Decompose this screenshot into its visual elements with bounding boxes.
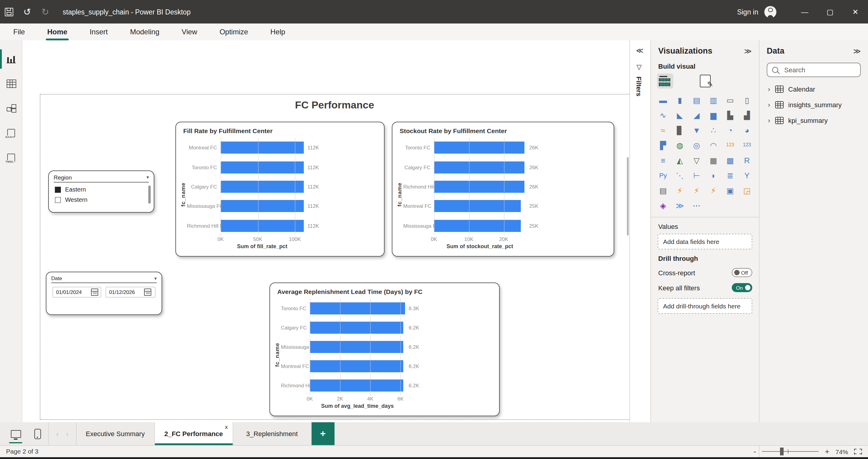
sign-in-button[interactable]: Sign in [737,8,758,15]
region-slicer-header[interactable]: Region ▾ [54,171,149,183]
ribbon-chart-icon[interactable]: ≈ [658,125,669,135]
search-field[interactable] [767,63,861,77]
text-slicer-icon[interactable]: ⚡ [691,185,702,196]
calendar-icon[interactable] [144,289,151,296]
clustered-bar-chart-icon[interactable]: ▤ [691,95,702,105]
menu-tab-view[interactable]: View [181,25,198,38]
page-tab-2[interactable]: 2_FC Performancex [155,422,233,445]
100-stacked-bar-chart-icon[interactable]: ▭ [725,95,736,105]
image-icon[interactable]: ▣ [725,185,736,196]
menu-tab-modeling[interactable]: Modeling [129,25,160,38]
python-visual-icon[interactable]: Py [658,170,669,181]
area-chart-icon[interactable]: ◣ [675,110,685,121]
funnel-chart-icon[interactable]: ▼ [691,125,702,135]
expand-chevron-icon[interactable]: › [768,117,770,124]
build-visual-tab[interactable] [657,73,673,89]
previous-page-arrow[interactable]: ‹ [56,429,59,438]
checkbox-checked-icon[interactable] [55,187,61,192]
menu-tab-file[interactable]: File [12,25,26,38]
zoom-slider[interactable] [762,451,819,452]
close-tab-icon[interactable]: x [225,424,227,430]
checkbox-unchecked-icon[interactable] [55,197,61,203]
donut-chart-icon[interactable]: ◕ [741,125,752,135]
data-table-insights_summary[interactable]: ›insights_summary [768,101,868,108]
cross-report-toggle[interactable]: Off [732,268,752,277]
zoom-out-button[interactable]: - [753,447,756,456]
page-tab-1[interactable]: Executive Summary [76,422,155,445]
date-end-input[interactable] [109,289,144,295]
table-icon[interactable]: ▦ [708,155,719,166]
zoom-in-button[interactable]: + [825,447,830,456]
filled-map-icon[interactable]: ◎ [691,140,702,151]
metrics-icon[interactable]: Y [741,170,752,181]
save-button[interactable] [0,0,18,24]
pie-chart-icon[interactable]: ◔ [725,125,736,135]
report-canvas[interactable]: FC Performance Region ▾ EasternWestern D… [22,40,629,422]
stacked-bar-chart-icon[interactable]: ▬ [658,95,669,105]
sidebar-dax-query-view[interactable]: DAX [0,123,22,143]
sidebar-model-view[interactable] [0,98,22,119]
new-page-button[interactable]: + [311,422,334,445]
card-icon[interactable]: 123 [741,140,752,151]
mobile-view-button[interactable] [33,422,42,445]
lead_time-chart[interactable]: Average Replenishment Lead Time (Days) b… [270,283,500,416]
chevron-down-icon[interactable]: ▾ [154,275,157,281]
expand-filters-icon[interactable]: ≪ [636,46,644,55]
gauge-icon[interactable]: ◠ [708,140,719,151]
collapse-visualizations-icon[interactable]: ≫ [744,47,752,56]
account-avatar[interactable] [764,6,776,18]
data-table-Calendar[interactable]: ›Calendar [768,86,868,93]
map-icon[interactable]: ◍ [675,140,685,151]
desktop-view-button[interactable] [8,422,23,445]
values-field-well[interactable]: Add data fields here [658,234,752,250]
expand-chevron-icon[interactable]: › [768,86,770,93]
keep-all-filters-toggle[interactable]: On [732,283,752,292]
power-automate-icon[interactable]: ≫ [675,200,685,211]
key-influencers-icon[interactable]: ⋱ [675,170,685,181]
100-stacked-area-chart-icon[interactable]: ▆ [708,110,719,121]
chevron-down-icon[interactable]: ▾ [147,175,149,180]
date-start-input[interactable] [56,289,91,295]
fill_rate-chart[interactable]: Fill Rate by Fulfillment Centerfc_nameMo… [176,122,384,257]
canvas-scrollbar[interactable] [627,157,629,235]
button-slicer-icon[interactable]: ⚡ [675,185,685,196]
clustered-column-chart-icon[interactable]: ▥ [708,95,719,105]
card-new-icon[interactable]: 123 [725,140,736,151]
paginated-report-icon[interactable]: ▤ [658,185,669,196]
data-table-kpi_summary[interactable]: ›kpi_summary [768,117,868,124]
region-slicer[interactable]: Region ▾ EasternWestern [48,170,154,212]
expand-chevron-icon[interactable]: › [768,101,770,108]
slicer-scrollbar[interactable] [148,186,151,204]
line-and-clustered-column-chart-icon[interactable]: ▟ [741,110,752,121]
redo-button[interactable]: ↻ [36,0,54,24]
close-button[interactable]: ✕ [843,0,868,24]
smart-narrative-icon[interactable]: ≣ [725,170,736,181]
power-apps-icon[interactable]: ◈ [658,200,669,211]
minimize-button[interactable]: — [792,0,817,24]
list-slicer-icon[interactable]: ⚡ [708,185,719,196]
100-stacked-column-chart-icon[interactable]: ▯ [741,95,752,105]
sidebar-table-view[interactable] [0,73,22,94]
menu-tab-home[interactable]: Home [46,25,69,38]
region-option-western[interactable]: Western [55,196,154,203]
decomposition-tree-icon[interactable]: ⊢ [691,170,702,181]
region-option-eastern[interactable]: Eastern [55,186,154,193]
calendar-icon[interactable] [91,289,98,296]
stacked-area-chart-icon[interactable]: ◢ [691,110,702,121]
stockout_rate-chart[interactable]: Stockout Rate by Fulfillment Centerfc_na… [392,122,614,257]
line-chart-icon[interactable]: ∿ [658,110,669,121]
more-options-icon[interactable]: ⋯ [691,200,702,211]
scatter-chart-icon[interactable]: ∴ [708,125,719,135]
stacked-column-chart-icon[interactable]: ▮ [675,95,685,105]
date-slicer[interactable]: Date ▾ [46,272,162,315]
collapse-data-icon[interactable]: ≫ [853,47,861,56]
treemap-icon[interactable]: ▛ [658,140,669,151]
drill-through-field-well[interactable]: Add drill-through fields here [658,298,752,314]
undo-button[interactable]: ↺ [18,0,36,24]
matrix-icon[interactable]: ▩ [725,155,736,166]
menu-tab-help[interactable]: Help [269,25,286,38]
next-page-arrow[interactable]: › [66,429,69,438]
fit-to-page-icon[interactable] [854,449,862,455]
waterfall-chart-icon[interactable]: ▊ [675,125,685,135]
menu-tab-insert[interactable]: Insert [88,25,109,38]
